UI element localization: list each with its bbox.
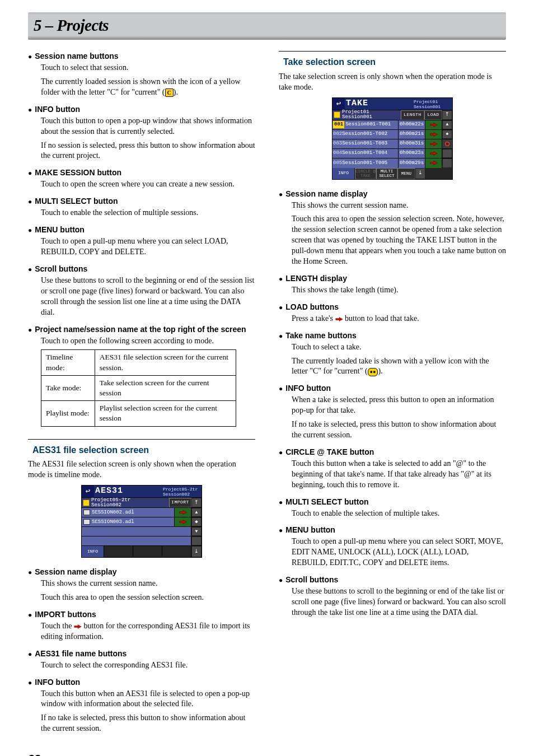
section-heading: LOAD buttons (285, 302, 339, 312)
chapter-header: 5 – Projects (28, 12, 506, 40)
scroll-button[interactable]: ◆ (442, 130, 452, 139)
bullet-icon: ● (28, 609, 32, 621)
length-display: 0h00m22s (399, 120, 425, 129)
table-cell: Take selection screen for the current se… (95, 375, 236, 400)
import-header: IMPORT (169, 498, 191, 507)
circle-take-button[interactable]: CIRCLE @ TAKE (355, 168, 376, 179)
table-cell: AES31 file selection screen for the curr… (95, 350, 236, 375)
load-button[interactable] (425, 120, 442, 129)
scroll-bottom-button[interactable]: ⤓ (415, 168, 425, 179)
body-text: This shows the current session name. (41, 578, 255, 589)
session-name-display[interactable]: Project05-2tr Session002 (82, 498, 169, 507)
scroll-bottom-button[interactable]: ⤓ (191, 546, 202, 557)
info-button[interactable]: INFO (82, 546, 104, 557)
bullet-icon: ● (28, 324, 32, 336)
section-heading: INFO button (35, 677, 80, 688)
body-text: The AES31 file selection screen is only … (28, 459, 255, 480)
mode-table: Timeline mode:AES31 file selection scree… (41, 349, 236, 426)
folder-icon (83, 500, 90, 506)
take-name-button[interactable]: 002Session001-T002 (332, 130, 399, 139)
body-text: This shows the current session name. (292, 200, 506, 211)
body-text: Press a take's button to load that take. (292, 314, 506, 324)
section-heading: INFO button (35, 104, 80, 115)
take-name-button[interactable]: 004Session001-T004 (332, 149, 399, 158)
aes31-screenshot: ↩ AES31 Project05-2tr Session002 Project… (81, 485, 202, 558)
length-display: 0h00m23s (399, 149, 425, 158)
screen-title: AES31 (94, 486, 161, 497)
section-heading: IMPORT buttons (35, 609, 96, 620)
body-text: Touch this button when a take is selecte… (292, 459, 506, 491)
bullet-icon: ● (28, 51, 32, 63)
subsection-heading: AES31 file selection screen (32, 444, 255, 456)
take-name-button[interactable]: 003Session001-T003 (332, 139, 399, 148)
section-heading: MAKE SESSION button (35, 167, 121, 178)
body-text: Use these buttons to scroll to the begin… (292, 586, 506, 618)
arrow-icon (335, 316, 343, 322)
multi-select-button[interactable]: MULTI SELECT (376, 168, 397, 179)
screen-title: TAKE (345, 98, 412, 110)
scroll-indicator[interactable]: ◆ (191, 517, 202, 526)
body-text: Touch this area to open the session sele… (292, 214, 506, 267)
rule (28, 439, 255, 440)
scroll-top-button[interactable]: ⤒ (442, 110, 452, 120)
body-text: Tourch to select the corresponding AES31… (41, 660, 255, 671)
scroll-button[interactable]: ▲ (442, 120, 452, 129)
body-text: This shows the take length (time). (292, 285, 506, 296)
back-icon[interactable]: ↩ (332, 98, 345, 110)
load-button[interactable] (425, 149, 442, 158)
current-c-icon: C (165, 88, 174, 97)
menu-button[interactable]: MENU (397, 168, 415, 179)
body-text: Touch to open the screen where you can c… (41, 179, 255, 190)
section-heading: MULTI SELECT button (35, 196, 118, 207)
section-heading: Scroll buttons (285, 575, 338, 585)
body-text: Touch the button for the corresponding A… (41, 621, 255, 642)
load-button[interactable] (425, 139, 442, 148)
left-column: ●Session name buttons Touch to select th… (28, 51, 255, 740)
bullet-icon: ● (28, 196, 32, 208)
take-name-button[interactable]: 005Session001-T005 (332, 158, 399, 168)
right-column: Take selection screen The take selection… (279, 51, 506, 740)
import-button[interactable] (175, 508, 191, 517)
body-text: The take selection screen is only shown … (279, 72, 506, 93)
section-heading: Session name display (285, 189, 367, 199)
length-display: 0h00m21s (399, 130, 425, 139)
scroll-page-up-button[interactable]: ▲ (191, 508, 202, 517)
scroll-button[interactable] (442, 149, 452, 158)
bullet-icon: ● (28, 264, 32, 276)
body-text: If no session is selected, press this bu… (41, 141, 255, 162)
project-session-label[interactable]: Project05-2tr Session002 (161, 486, 202, 497)
bullet-icon: ● (279, 330, 283, 342)
bullet-icon: ● (279, 497, 283, 508)
bullet-icon: ● (279, 525, 283, 536)
bullet-icon: ● (28, 677, 32, 689)
body-text: Use these buttons to scroll to the begin… (41, 276, 255, 318)
rule (279, 51, 506, 52)
section-heading: Project name/session name at the top rig… (35, 324, 246, 335)
scroll-page-down-button[interactable]: ▼ (191, 527, 202, 536)
bullet-icon: ● (28, 167, 32, 179)
back-icon[interactable]: ↩ (82, 486, 94, 497)
bullet-icon: ● (28, 225, 32, 236)
body-text: The currently loaded session is shown wi… (41, 77, 255, 98)
take-name-button[interactable]: 001Session001-T001 (332, 120, 399, 129)
scroll-button[interactable] (442, 158, 452, 168)
info-button[interactable]: INFO (332, 168, 355, 179)
length-display: 0h00m29s (399, 158, 425, 168)
aes-file-button[interactable]: SESSION003.adl (82, 517, 175, 526)
section-heading: Session name display (35, 567, 116, 577)
aes-file-button[interactable]: SESSION002.adl (82, 508, 175, 517)
body-text: Touch to enable the selection of multipl… (41, 208, 255, 218)
bullet-icon: ● (279, 575, 283, 586)
table-cell: Playlist mode: (41, 401, 95, 426)
body-text: Touch to open a pull-up menu where you c… (292, 536, 506, 568)
table-cell: Timeline mode: (41, 350, 95, 375)
session-name-display[interactable]: Project01 Session001 (332, 110, 401, 120)
body-text: Touch to open the following screen accor… (41, 336, 255, 347)
load-button[interactable] (425, 158, 442, 168)
project-session-label[interactable]: Project01 Session001 (412, 98, 452, 110)
table-cell: Playlist selection screen for the curren… (95, 401, 236, 426)
scroll-top-button[interactable]: ⤒ (191, 498, 202, 507)
import-button[interactable] (175, 517, 191, 526)
section-heading: Take name buttons (285, 330, 357, 341)
load-button[interactable] (425, 130, 442, 139)
